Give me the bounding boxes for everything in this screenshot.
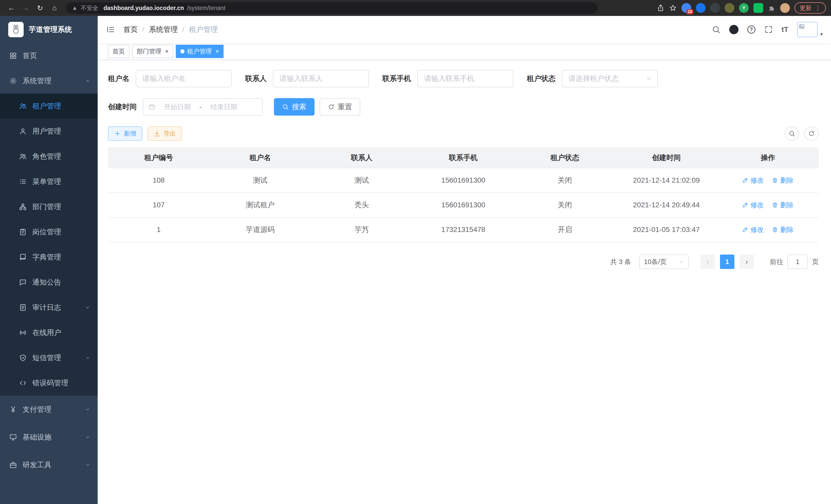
sidebar-item-post[interactable]: 岗位管理	[0, 219, 98, 244]
sidebar-item-role[interactable]: 角色管理	[0, 144, 98, 169]
date-end-input[interactable]	[205, 103, 243, 111]
contact-input[interactable]	[273, 70, 369, 87]
warning-icon: ▲	[72, 5, 78, 11]
sidebar-item-label: 岗位管理	[32, 227, 90, 237]
edit-button[interactable]: 修改	[742, 176, 764, 185]
github-icon[interactable]	[729, 25, 739, 34]
date-range-picker[interactable]: -	[143, 98, 263, 116]
sidebar-item-label: 用户管理	[32, 126, 90, 136]
help-icon[interactable]: ?	[747, 25, 755, 34]
font-size-icon[interactable]: tT	[782, 25, 789, 34]
add-button[interactable]: 新增	[108, 126, 142, 141]
chrome-update-button[interactable]: 更新 ⋮	[795, 2, 826, 13]
extensions-puzzle-icon[interactable]	[768, 4, 775, 12]
cell-tenant-name: 测试租户	[209, 192, 311, 217]
sidebar-item-tenant[interactable]: 租户管理	[0, 93, 98, 119]
close-icon[interactable]: ×	[215, 48, 219, 55]
reload-button[interactable]: ↻	[34, 2, 46, 14]
search-icon	[282, 103, 289, 110]
edit-button[interactable]: 修改	[742, 225, 764, 234]
delete-button[interactable]: 删除	[772, 201, 794, 210]
bookmark-star-icon[interactable]	[669, 4, 677, 12]
sidebar-collapse-button[interactable]	[98, 16, 123, 43]
user-avatar[interactable]: ▾	[797, 22, 823, 37]
avatar-image	[797, 22, 818, 37]
search-button[interactable]: 搜索	[274, 98, 315, 116]
extension-icon-5[interactable]: Y	[739, 3, 749, 13]
date-start-input[interactable]	[158, 103, 196, 111]
tab-tenant[interactable]: 租户管理 ×	[176, 45, 224, 58]
search-icon[interactable]	[712, 25, 720, 34]
column-header: 租户名	[209, 147, 311, 168]
home-button[interactable]: ⌂	[48, 2, 61, 14]
sidebar-item-dept[interactable]: 部门管理	[0, 194, 98, 219]
sidebar-group-pay[interactable]: 支付管理	[0, 395, 98, 423]
extension-icon-1[interactable]: 10	[682, 3, 691, 13]
page-size-select[interactable]: 10条/页	[639, 255, 689, 269]
row-actions: 修改 删除	[717, 225, 819, 234]
share-icon[interactable]	[657, 4, 664, 12]
address-bar[interactable]: ▲ 不安全 dashboard.yudao.iocoder.cn/system/…	[66, 2, 598, 13]
edit-button[interactable]: 修改	[742, 201, 764, 210]
main-area: 首页 / 系统管理 / 租户管理 ? tT ▾	[98, 16, 831, 504]
tenant-name-input[interactable]	[136, 70, 232, 87]
sidebar-group-system[interactable]: 系统管理	[0, 68, 98, 93]
sidebar-group-label: 支付管理	[23, 405, 79, 414]
refresh-table-button[interactable]	[804, 126, 819, 141]
sidebar-item-sms[interactable]: 短信管理	[0, 345, 98, 370]
sidebar-item-online-user[interactable]: 在线用户	[0, 320, 98, 345]
current-page-button[interactable]: 1	[720, 255, 735, 269]
screen: ← → ↻ ⌂ ▲ 不安全 dashboard.yudao.iocoder.cn…	[0, 0, 831, 504]
forward-button[interactable]: →	[20, 2, 32, 14]
field-label: 租户状态	[527, 74, 555, 84]
breadcrumb-home[interactable]: 首页	[123, 25, 138, 34]
extension-icon-2[interactable]	[696, 3, 706, 13]
delete-label: 删除	[780, 201, 794, 210]
tab-home[interactable]: 首页	[108, 45, 130, 58]
breadcrumb-current: 租户管理	[189, 25, 218, 34]
export-button[interactable]: 导出	[147, 126, 182, 141]
sidebar-group-devtools[interactable]: 研发工具	[0, 451, 98, 479]
tree-icon	[19, 203, 27, 211]
sidebar-item-label: 错误码管理	[32, 378, 90, 388]
sidebar-item-label: 短信管理	[32, 353, 79, 363]
prev-page-button[interactable]: ‹	[700, 255, 715, 269]
download-icon	[154, 130, 160, 137]
toolbox-icon	[9, 461, 17, 469]
filter-phone: 联系手机	[382, 70, 513, 87]
back-button[interactable]: ←	[5, 2, 18, 14]
delete-button[interactable]: 删除	[772, 176, 794, 185]
sidebar-item-notice[interactable]: 通知公告	[0, 270, 98, 295]
extension-icon-3[interactable]	[710, 3, 720, 13]
browser-profile-avatar[interactable]	[780, 3, 790, 13]
breadcrumb: 首页 / 系统管理 / 租户管理	[123, 25, 218, 34]
delete-button[interactable]: 删除	[772, 225, 794, 234]
goto-label: 前往	[770, 258, 783, 266]
sidebar-item-error-code[interactable]: 错误码管理	[0, 370, 98, 395]
browser-actions: 10 Y 更新 ⋮	[657, 2, 826, 13]
user-icon	[19, 127, 27, 135]
sidebar-item-home[interactable]: 首页	[0, 43, 98, 68]
next-page-button[interactable]: ›	[740, 255, 754, 269]
sidebar-group-infra[interactable]: 基础设施	[0, 423, 98, 451]
breadcrumb-separator: /	[182, 25, 184, 34]
reset-button[interactable]: 重置	[320, 98, 360, 116]
browser-menu-icon[interactable]: ⋮	[814, 4, 821, 11]
extension-icon-6[interactable]	[753, 3, 763, 13]
sidebar-item-menu[interactable]: 菜单管理	[0, 169, 98, 194]
tab-dept[interactable]: 部门管理 ×	[132, 45, 173, 58]
breadcrumb-system[interactable]: 系统管理	[149, 25, 178, 34]
toggle-search-button[interactable]	[785, 126, 799, 141]
fullscreen-icon[interactable]	[764, 25, 773, 34]
app-logo[interactable]: 芋道管理系统	[0, 16, 98, 43]
extension-icon-4[interactable]	[725, 3, 735, 13]
goto-page-input[interactable]	[787, 255, 808, 269]
close-icon[interactable]: ×	[165, 48, 169, 55]
sidebar-item-audit-log[interactable]: 审计日志	[0, 295, 98, 320]
sidebar-item-dict[interactable]: 字典管理	[0, 244, 98, 270]
chevron-down-icon	[85, 355, 90, 361]
phone-input[interactable]	[417, 70, 513, 87]
sidebar-item-user[interactable]: 用户管理	[0, 119, 98, 144]
app-title: 芋道管理系统	[29, 25, 72, 34]
status-select[interactable]: 请选择租户状态	[562, 70, 658, 87]
